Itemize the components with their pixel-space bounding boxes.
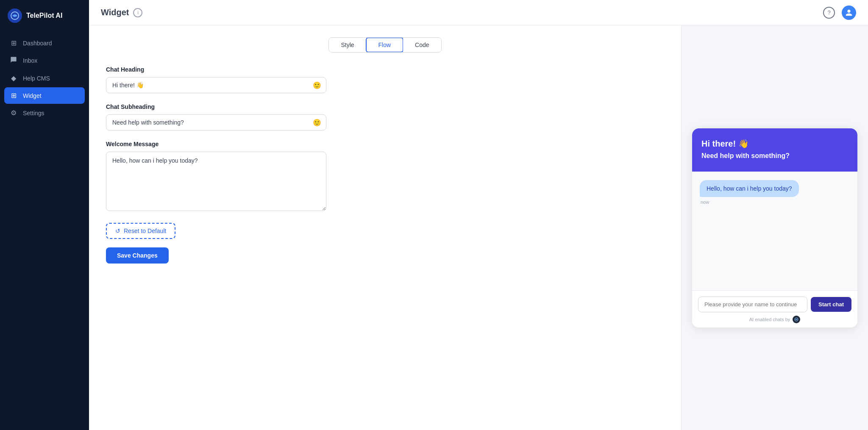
widget-icon: ⊞	[9, 92, 18, 100]
chat-subheading-label: Chat Subheading	[106, 103, 326, 110]
save-button-label: Save Changes	[117, 252, 158, 259]
header-left: Widget i	[101, 8, 142, 17]
powered-logo-icon	[793, 316, 800, 323]
chat-footer: Start chat AI enabled chats by	[692, 290, 857, 327]
sidebar-logo-text: TelePilot AI	[26, 12, 62, 19]
inbox-icon	[9, 56, 18, 65]
welcome-message-textarea[interactable]: Hello, how can i help you today?	[106, 152, 326, 211]
chat-heading-emoji-icon[interactable]: 🙂	[313, 81, 321, 89]
chat-message-time: now	[701, 200, 850, 205]
header: Widget i ?	[89, 0, 868, 25]
welcome-message-label: Welcome Message	[106, 141, 326, 147]
sidebar-item-label: Widget	[23, 92, 42, 99]
tab-code[interactable]: Code	[403, 38, 441, 52]
sidebar: TelePilot AI ⊞ Dashboard Inbox ◆ Help CM…	[0, 0, 89, 430]
sidebar-item-help-cms[interactable]: ◆ Help CMS	[4, 70, 85, 86]
right-panel: Hi there! 👋 Need help with something? He…	[682, 25, 868, 430]
chat-name-input[interactable]	[698, 297, 807, 312]
sidebar-item-inbox[interactable]: Inbox	[4, 52, 85, 69]
reset-icon: ↺	[115, 227, 120, 234]
powered-by: AI enabled chats by	[698, 316, 851, 323]
chat-preview-subtitle: Need help with something?	[701, 152, 848, 160]
reset-button-label: Reset to Default	[124, 227, 166, 234]
sidebar-item-dashboard[interactable]: ⊞ Dashboard	[4, 35, 85, 51]
content-area: Style Flow Code Chat Heading 🙂 Chat	[89, 25, 868, 430]
chat-input-row: Start chat	[698, 297, 851, 312]
chat-message-bubble: Hello, how can i help you today?	[700, 180, 799, 197]
chat-widget-preview: Hi there! 👋 Need help with something? He…	[692, 128, 857, 327]
tab-flow[interactable]: Flow	[366, 37, 404, 53]
main-area: Widget i ? Style Flow Code	[89, 0, 868, 430]
sidebar-item-label: Help CMS	[23, 75, 50, 82]
header-right: ?	[823, 6, 856, 20]
tabs: Style Flow Code	[328, 37, 441, 53]
help-cms-icon: ◆	[9, 74, 18, 82]
tabs-container: Style Flow Code	[106, 37, 664, 53]
welcome-message-group: Welcome Message Hello, how can i help yo…	[106, 141, 326, 213]
sidebar-item-settings[interactable]: ⚙ Settings	[4, 105, 85, 121]
settings-icon: ⚙	[9, 109, 18, 117]
form-section: Chat Heading 🙂 Chat Subheading 🙂	[106, 66, 326, 264]
sidebar-nav: ⊞ Dashboard Inbox ◆ Help CMS ⊞ Widget ⚙ …	[0, 31, 89, 430]
sidebar-item-label: Dashboard	[23, 40, 52, 47]
dashboard-icon: ⊞	[9, 39, 18, 47]
avatar[interactable]	[842, 6, 856, 20]
page-title: Widget	[101, 8, 129, 17]
sidebar-item-widget[interactable]: ⊞ Widget	[4, 87, 85, 104]
reset-to-default-button[interactable]: ↺ Reset to Default	[106, 223, 175, 239]
left-panel: Style Flow Code Chat Heading 🙂 Chat	[89, 25, 681, 430]
chat-heading-input-wrapper: 🙂	[106, 77, 326, 93]
info-icon[interactable]: i	[133, 8, 142, 17]
sidebar-item-label: Inbox	[23, 57, 37, 64]
start-chat-label: Start chat	[818, 301, 844, 308]
chat-subheading-input-wrapper: 🙂	[106, 114, 326, 130]
sidebar-item-label: Settings	[23, 110, 45, 117]
chat-subheading-input[interactable]	[106, 114, 326, 130]
chat-widget-header: Hi there! 👋 Need help with something?	[692, 128, 857, 172]
telepilot-logo-icon	[8, 8, 22, 23]
chat-preview-title: Hi there! 👋	[701, 139, 848, 149]
chat-heading-group: Chat Heading 🙂	[106, 66, 326, 93]
save-changes-button[interactable]: Save Changes	[106, 247, 169, 264]
sidebar-logo: TelePilot AI	[0, 0, 89, 31]
chat-body: Hello, how can i help you today? now	[692, 172, 857, 290]
chat-heading-label: Chat Heading	[106, 66, 326, 73]
chat-heading-input[interactable]	[106, 77, 326, 93]
start-chat-button[interactable]: Start chat	[811, 297, 851, 312]
help-icon[interactable]: ?	[823, 7, 835, 19]
tab-style[interactable]: Style	[329, 38, 366, 52]
chat-subheading-emoji-icon[interactable]: 🙂	[313, 119, 321, 127]
chat-subheading-group: Chat Subheading 🙂	[106, 103, 326, 130]
